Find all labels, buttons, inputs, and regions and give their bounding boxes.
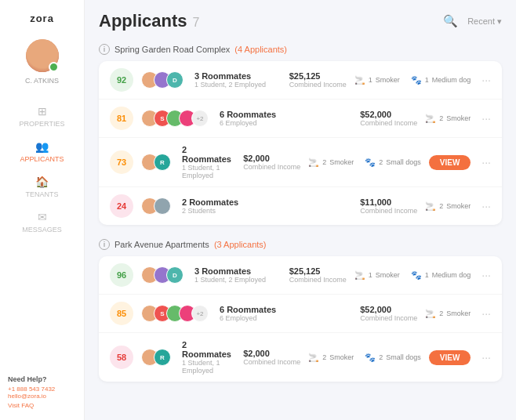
detail-label: Medium dog — [432, 271, 471, 279]
sidebar-item-messages[interactable]: ✉ MESSAGES — [0, 205, 84, 240]
avatar-group: D — [141, 266, 184, 284]
score-badge: 96 — [110, 263, 133, 287]
detail-count: 1 — [425, 271, 429, 279]
employment-info: 1 Student, 2 Employed — [194, 81, 282, 89]
recent-button[interactable]: Recent ▾ — [467, 16, 502, 27]
table-row: 58R 2 Roommates 1 Student, 1 Employed $2… — [99, 333, 502, 382]
more-options-button[interactable]: ··· — [481, 74, 491, 86]
detail-count: 2 — [379, 158, 383, 166]
table-row: 73R 2 Roommates 1 Student, 1 Employed $2… — [99, 138, 502, 187]
sidebar-label-tenants: TENANTS — [25, 190, 58, 198]
properties-icon: ⊞ — [38, 105, 47, 118]
section-header: i Spring Garden Road Complex (4 Applican… — [99, 44, 502, 55]
section-title: Spring Garden Road Complex — [114, 45, 230, 54]
avatar: R — [154, 154, 171, 171]
roommate-count: 3 Roommates — [194, 266, 282, 276]
employment-info: 1 Student, 1 Employed — [182, 164, 235, 179]
income-label: Combined Income — [243, 163, 300, 171]
income-info: $25,125 Combined Income — [289, 266, 347, 284]
row-details: 🚬 2 Smoker 🐾 2 Small dogs — [308, 158, 421, 168]
avatar-group: D — [141, 71, 184, 89]
income-info: $25,125 Combined Income — [289, 71, 347, 89]
avatar-group: S+2 — [141, 110, 209, 127]
avatar-group: R — [141, 349, 171, 366]
detail-count: 2 — [439, 310, 443, 317]
search-icon[interactable]: 🔍 — [443, 14, 458, 28]
detail-icon: 🚬 — [425, 201, 436, 212]
employment-info: 1 Student, 2 Employed — [194, 276, 282, 284]
avatar-plus: +2 — [191, 305, 209, 322]
nav-items: ⊞ PROPERTIES 👥 APPLICANTS 🏠 TENANTS ✉ ME… — [0, 99, 84, 240]
footer-email[interactable]: hello@zora.io — [8, 393, 76, 400]
info-icon: i — [99, 44, 110, 55]
income-value: $52,000 — [360, 110, 417, 119]
messages-icon: ✉ — [38, 211, 47, 223]
sidebar-item-properties[interactable]: ⊞ PROPERTIES — [0, 99, 84, 134]
row-info: 3 Roommates 1 Student, 2 Employed — [194, 71, 282, 89]
detail-item: 🚬 2 Smoker — [308, 353, 354, 363]
detail-icon: 🐾 — [411, 75, 422, 85]
section-spring-garden: i Spring Garden Road Complex (4 Applican… — [99, 44, 502, 225]
table-row: 24 2 Roommates 2 Students $11,000 Combin… — [99, 187, 502, 225]
detail-label: Smoker — [329, 158, 354, 166]
footer-phone[interactable]: +1 888 543 7432 — [8, 386, 76, 393]
more-options-button[interactable]: ··· — [481, 269, 491, 281]
user-name: C. ATKINS — [25, 77, 59, 85]
row-info: 6 Roommates 6 Employed — [220, 305, 352, 322]
sidebar-footer: Need Help? +1 888 543 7432 hello@zora.io… — [0, 364, 84, 420]
roommate-count: 2 Roommates — [182, 340, 235, 359]
roommate-count: 3 Roommates — [194, 71, 282, 81]
detail-label: Smoker — [446, 114, 471, 122]
detail-icon: 🐾 — [365, 158, 376, 168]
more-options-button[interactable]: ··· — [481, 156, 491, 168]
sidebar-item-tenants[interactable]: 🏠 TENANTS — [0, 169, 84, 205]
employment-info: 2 Students — [182, 207, 352, 215]
row-info: 2 Roommates 2 Students — [182, 197, 352, 215]
detail-item: 🚬 2 Smoker — [308, 158, 354, 168]
detail-count: 2 — [439, 202, 443, 210]
section-count: (4 Applicants) — [234, 45, 287, 54]
detail-label: Smoker — [446, 202, 471, 210]
online-badge — [49, 62, 59, 72]
detail-count: 1 — [369, 271, 372, 279]
row-details: 🚬 2 Smoker — [425, 309, 471, 319]
detail-label: Smoker — [446, 310, 471, 317]
avatar-group: R — [141, 154, 171, 171]
detail-label: Smoker — [329, 353, 354, 361]
detail-icon: 🚬 — [354, 270, 365, 281]
sidebar-item-applicants[interactable]: 👥 APPLICANTS — [0, 134, 84, 169]
page-title: Applicants — [99, 11, 187, 31]
roommate-count: 6 Roommates — [220, 110, 352, 119]
detail-icon: 🚬 — [425, 309, 436, 319]
sidebar-label-properties: PROPERTIES — [20, 120, 65, 128]
income-label: Combined Income — [243, 358, 300, 366]
view-button[interactable]: VIEW — [429, 155, 471, 170]
page-header: Applicants 7 🔍 Recent ▾ — [99, 11, 502, 31]
income-info: $2,000 Combined Income — [243, 154, 300, 171]
footer-faq[interactable]: Visit FAQ — [8, 402, 76, 409]
detail-icon: 🚬 — [308, 353, 319, 363]
income-info: $52,000 Combined Income — [360, 110, 417, 127]
logo-text: zora — [30, 13, 54, 24]
income-info: $11,000 Combined Income — [360, 197, 417, 215]
employment-info: 6 Employed — [220, 314, 352, 322]
more-options-button[interactable]: ··· — [481, 351, 491, 364]
section-title: Park Avenue Apartments — [114, 240, 209, 249]
score-badge: 58 — [110, 346, 133, 369]
avatar-group: S+2 — [141, 305, 209, 322]
score-badge: 24 — [110, 194, 133, 218]
avatar-plus: +2 — [191, 110, 209, 127]
applicants-icon: 👥 — [35, 140, 49, 153]
more-options-button[interactable]: ··· — [481, 200, 491, 212]
view-button[interactable]: VIEW — [429, 350, 471, 365]
detail-label: Medium dog — [432, 76, 471, 84]
table-row: 96D 3 Roommates 1 Student, 2 Employed $2… — [99, 256, 502, 295]
income-label: Combined Income — [360, 119, 417, 127]
tenants-icon: 🏠 — [35, 176, 49, 188]
income-info: $52,000 Combined Income — [360, 305, 417, 322]
more-options-button[interactable]: ··· — [481, 307, 491, 320]
row-details: 🚬 1 Smoker 🐾 1 Medium dog — [354, 270, 471, 281]
income-value: $25,125 — [289, 71, 347, 81]
roommate-count: 2 Roommates — [182, 145, 235, 164]
more-options-button[interactable]: ··· — [481, 112, 491, 125]
